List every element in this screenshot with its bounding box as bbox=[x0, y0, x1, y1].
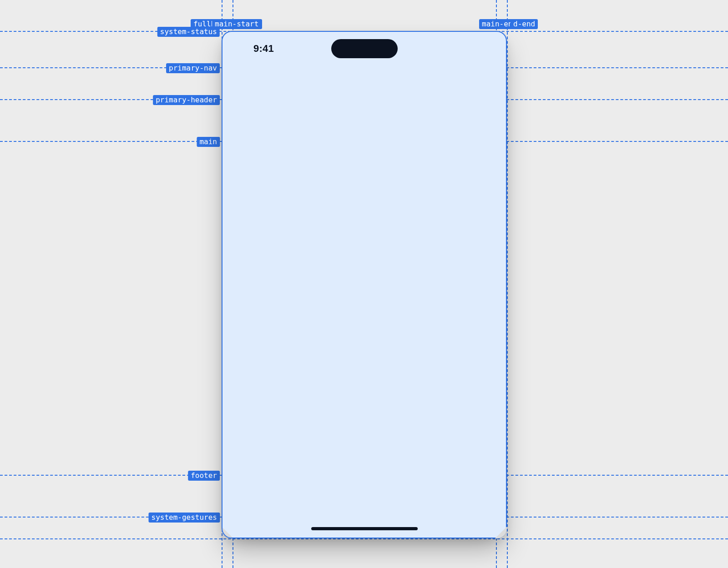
status-bar-time: 9:41 bbox=[253, 43, 274, 55]
phone-frame: 9:41 bbox=[222, 31, 507, 538]
label-main: main bbox=[197, 137, 220, 147]
label-footer: footer bbox=[188, 471, 220, 481]
dynamic-island bbox=[331, 39, 398, 58]
home-indicator[interactable] bbox=[311, 527, 418, 530]
label-system-gestures: system-gestures bbox=[149, 513, 220, 523]
guide-h-device-bottom bbox=[0, 538, 728, 539]
label-primary-nav: primary-nav bbox=[166, 63, 220, 73]
label-fullbleed-end-suffix: d-end bbox=[511, 19, 538, 29]
label-system-status: system-status bbox=[157, 27, 220, 37]
label-primary-header: primary-header bbox=[153, 95, 220, 105]
guide-v-fullbleed-end bbox=[507, 0, 508, 568]
phone-frame-border bbox=[222, 31, 507, 538]
